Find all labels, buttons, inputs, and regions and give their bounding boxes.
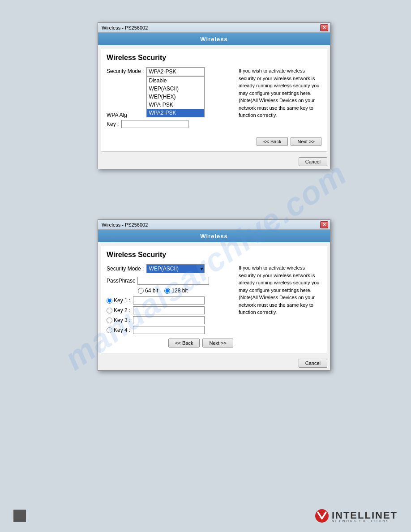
dialog2-left: Security Mode : WEP(ASCII) ▼ PassPhrase bbox=[107, 264, 233, 348]
back-button-1[interactable]: << Back bbox=[257, 137, 288, 146]
key4-label: Key 4 : bbox=[114, 327, 130, 333]
bit-selection: 64 bit 128 bit bbox=[138, 287, 233, 294]
key4-radio[interactable] bbox=[107, 327, 112, 333]
key2-row: Key 2 : bbox=[107, 306, 233, 314]
key2-input[interactable] bbox=[133, 306, 205, 314]
section-title-1: Wireless Security bbox=[107, 54, 321, 62]
key1-label: Key 1 : bbox=[114, 297, 130, 304]
key1-input[interactable] bbox=[133, 296, 205, 305]
intellinet-icon bbox=[315, 509, 329, 523]
key2-radio[interactable] bbox=[107, 308, 112, 313]
dropdown-item-wpa2-psk[interactable]: WPA2-PSK bbox=[147, 109, 204, 117]
dialog1-info-text: If you wish to activate wireless securit… bbox=[239, 67, 321, 119]
key3-row: Key 3 : bbox=[107, 316, 233, 324]
key2-label-wrapper: Key 2 : bbox=[107, 307, 131, 313]
passphrase-row: PassPhrase bbox=[107, 277, 233, 285]
key2-label: Key 2 : bbox=[114, 307, 130, 313]
security-mode-row: Security Mode : WPA2-PSK Disable WEP(ASC… bbox=[107, 67, 321, 130]
intellinet-logo: INTELLINET NETWORK SOLUTIONS bbox=[315, 509, 398, 523]
next-button-1[interactable]: Next >> bbox=[291, 137, 321, 146]
key-input-1[interactable] bbox=[121, 120, 188, 128]
brand-square bbox=[13, 510, 26, 522]
bit64-radio[interactable] bbox=[138, 288, 144, 294]
intellinet-sub: NETWORK SOLUTIONS bbox=[332, 519, 398, 523]
security-mode-dropdown-wrapper[interactable]: WPA2-PSK Disable WEP(ASCII) WEP(HEX) WPA… bbox=[146, 67, 205, 76]
bit128-label: 128 bit bbox=[171, 287, 188, 294]
key4-input[interactable] bbox=[133, 326, 205, 334]
dialog1-title: Wireless - PS256002 bbox=[100, 25, 148, 30]
cancel-button-2[interactable]: Cancel bbox=[299, 359, 327, 368]
dialog2-title: Wireless - PS256002 bbox=[100, 222, 148, 227]
dialog-body-2: Wireless Security Security Mode : WEP(AS… bbox=[101, 245, 327, 353]
dropdown-item-disable[interactable]: Disable bbox=[147, 77, 204, 85]
dialog2-cancel-row: Cancel bbox=[98, 356, 330, 370]
key-label: Key : bbox=[107, 121, 119, 127]
bit128-radio[interactable] bbox=[164, 288, 170, 294]
security-mode-row-2: Security Mode : WEP(ASCII) ▼ bbox=[107, 264, 233, 273]
bit64-option[interactable]: 64 bit bbox=[138, 287, 158, 294]
key1-label-wrapper: Key 1 : bbox=[107, 297, 131, 304]
dialog1-left: Security Mode : WPA2-PSK Disable WEP(ASC… bbox=[107, 67, 233, 130]
key3-label: Key 3 : bbox=[114, 317, 130, 323]
dialog-window-1: Wireless - PS256002 ✕ Wireless Wireless … bbox=[98, 22, 330, 169]
passphrase-input[interactable] bbox=[137, 277, 209, 285]
dialog2-info-text: If you wish to activate wireless securit… bbox=[239, 264, 321, 316]
dialog1-button-row: << Back Next >> bbox=[107, 137, 321, 146]
title-bar-2: Wireless - PS256002 ✕ bbox=[98, 220, 330, 230]
brand-bar: INTELLINET NETWORK SOLUTIONS bbox=[0, 509, 411, 523]
security-mode-select-2[interactable]: WEP(ASCII) bbox=[146, 264, 205, 273]
wireless-header-2: Wireless bbox=[98, 230, 330, 242]
security-mode-select-1[interactable]: WPA2-PSK bbox=[146, 67, 205, 76]
bit64-label: 64 bit bbox=[145, 287, 158, 294]
dialog-body-1: Wireless Security Security Mode : WPA2-P… bbox=[101, 48, 327, 152]
dropdown-item-wpa-psk[interactable]: WPA-PSK bbox=[147, 101, 204, 109]
dialog1-cancel-row: Cancel bbox=[98, 154, 330, 169]
back-button-2[interactable]: << Back bbox=[168, 339, 200, 348]
key3-label-wrapper: Key 3 : bbox=[107, 317, 131, 323]
close-button-1[interactable]: ✕ bbox=[320, 24, 328, 31]
title-bar-1: Wireless - PS256002 ✕ bbox=[98, 23, 330, 33]
dropdown-item-wep-hex[interactable]: WEP(HEX) bbox=[147, 93, 204, 101]
key4-row: Key 4 : bbox=[107, 326, 233, 334]
cancel-button-1[interactable]: Cancel bbox=[299, 157, 327, 166]
key3-input[interactable] bbox=[133, 316, 205, 324]
dialog2-right: If you wish to activate wireless securit… bbox=[239, 264, 321, 348]
key1-radio[interactable] bbox=[107, 298, 112, 304]
dropdown-list-1: Disable WEP(ASCII) WEP(HEX) WPA-PSK WPA2… bbox=[146, 76, 205, 117]
svg-point-0 bbox=[315, 509, 329, 523]
wpa-alg-label: WPA Alg bbox=[107, 112, 127, 118]
dialog-window-2: Wireless - PS256002 ✕ Wireless Wireless … bbox=[98, 219, 330, 371]
next-button-2[interactable]: Next >> bbox=[202, 339, 233, 348]
dialog2-content: Security Mode : WEP(ASCII) ▼ PassPhrase bbox=[107, 264, 321, 348]
key3-radio[interactable] bbox=[107, 317, 112, 323]
security-mode-label-2: Security Mode : bbox=[107, 266, 144, 272]
dialog1-right: If you wish to activate wireless securit… bbox=[239, 67, 321, 130]
dialog2-button-row: << Back Next >> bbox=[107, 339, 233, 348]
bit128-option[interactable]: 128 bit bbox=[164, 287, 188, 294]
dropdown-item-wep-ascii[interactable]: WEP(ASCII) bbox=[147, 85, 204, 93]
security-mode-label: Security Mode : bbox=[107, 67, 144, 74]
security-mode-dropdown-2[interactable]: WEP(ASCII) ▼ bbox=[146, 264, 205, 273]
dialog1-content: Security Mode : WPA2-PSK Disable WEP(ASC… bbox=[107, 67, 321, 130]
key1-row: Key 1 : bbox=[107, 296, 233, 305]
intellinet-text-wrapper: INTELLINET NETWORK SOLUTIONS bbox=[332, 510, 398, 523]
section-title-2: Wireless Security bbox=[107, 251, 321, 259]
passphrase-label: PassPhrase bbox=[107, 278, 136, 284]
close-button-2[interactable]: ✕ bbox=[320, 221, 328, 228]
wireless-header-1: Wireless bbox=[98, 33, 330, 45]
key4-label-wrapper: Key 4 : bbox=[107, 327, 131, 333]
